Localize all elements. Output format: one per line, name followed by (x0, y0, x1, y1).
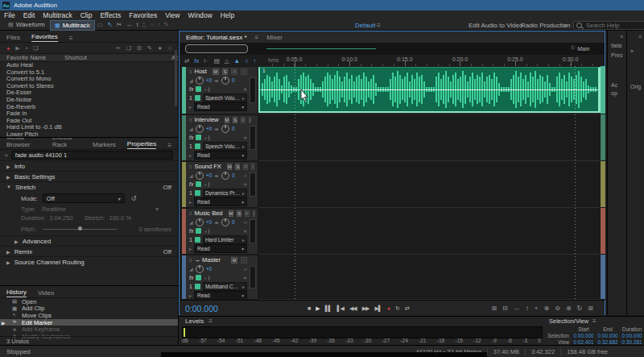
effect-power-toggle[interactable] (195, 284, 200, 289)
tab-favorites[interactable]: Favorites (31, 33, 58, 42)
pause-button[interactable]: ▌▌ (325, 305, 332, 311)
stop-favorite-icon[interactable]: ▪ (26, 45, 27, 51)
snap-on-icon[interactable]: ▲ (234, 57, 240, 64)
link-icon[interactable]: ✂ (116, 45, 121, 52)
solo-button[interactable]: S (233, 117, 237, 123)
search-favorites-icon[interactable]: ○ (168, 45, 171, 51)
menu-view[interactable]: View (161, 11, 184, 19)
fx-power-toggle[interactable] (196, 86, 201, 92)
lasso-tool-icon[interactable]: ○ (150, 21, 154, 28)
effect-slot[interactable]: Speech Volume Leve▸ (203, 142, 247, 151)
skip-cursor-button[interactable]: ⇄ (405, 305, 409, 312)
history-row[interactable]: ▦Add Clip (0, 305, 178, 313)
column-shortcut[interactable]: Shortcut (64, 54, 87, 61)
effect-slot[interactable]: Hard Limiter▸ (203, 235, 247, 244)
automation-mode-dropdown[interactable]: Read▾ (194, 291, 247, 300)
level-meter[interactable] (182, 326, 543, 338)
delete-icon[interactable]: ⊟ (137, 45, 142, 52)
monitor-input-button[interactable]: I (251, 164, 254, 170)
workspace-default-button[interactable]: Default (355, 22, 375, 29)
effect-power-toggle[interactable] (195, 143, 200, 149)
tab-files[interactable]: Files (6, 34, 20, 42)
effect-power-toggle[interactable] (195, 95, 200, 101)
zoom-in-icon[interactable]: ⊞ (491, 305, 497, 312)
marker-mode-icon[interactable]: ⊢ (204, 57, 209, 64)
solo-button[interactable]: S (237, 210, 242, 217)
volume-knob[interactable] (196, 172, 204, 180)
section-advanced[interactable]: ▶ Advanced (0, 235, 178, 246)
fx-pre-post-icon[interactable]: ∗ (243, 181, 247, 187)
comment-icon[interactable]: ❏ (126, 45, 131, 52)
new-favorite-icon[interactable]: ❏ (33, 45, 38, 52)
automation-mode-dropdown[interactable]: Read▾ (194, 151, 247, 160)
track-name[interactable]: → Master (195, 256, 221, 264)
razor-tool-icon[interactable]: ✂ (117, 21, 122, 28)
play-button[interactable]: ▶ (316, 305, 319, 312)
effect-power-toggle[interactable] (195, 190, 200, 196)
effect-slot[interactable]: Dynamics Processing▸ (203, 189, 247, 197)
loop-playback-button[interactable]: ↻ (395, 305, 399, 312)
zoom-reset-icon[interactable]: ⊕ (566, 305, 572, 312)
track-header-master[interactable]: ≡→ MasterM○◢+0∞fx+❙∗1Multiband Compress▸… (181, 255, 258, 300)
mute-button[interactable]: M (231, 257, 237, 264)
track-name[interactable]: Music Bed (195, 210, 223, 217)
history-row[interactable]: ▤Open (0, 298, 178, 305)
zoom-selection-icon[interactable]: + (535, 305, 539, 312)
marker-main[interactable]: ⚐ Main (571, 45, 589, 52)
favorites-scrollbar[interactable] (175, 50, 177, 106)
pan-knob[interactable] (221, 125, 229, 133)
volume-knob[interactable] (196, 218, 204, 226)
history-row[interactable]: ⚑Edit Marker (0, 319, 178, 326)
selection-duration[interactable]: 0:00.000 (621, 333, 643, 338)
automation-mode-dropdown[interactable]: Read▾ (194, 102, 247, 111)
scrollbar-segment[interactable] (601, 66, 605, 114)
favorite-row[interactable]: De-Reverb (0, 104, 178, 111)
arm-record-button[interactable]: R (231, 68, 237, 75)
pan-knob[interactable] (221, 172, 229, 180)
track-header-host[interactable]: ≡HostMSRI◢+0◂▸0fx+❙∗1Speech Volume Leve▸… (181, 66, 258, 114)
record-favorite-icon[interactable]: ● (6, 45, 10, 51)
move-tool-icon[interactable]: ↖ (107, 21, 113, 28)
snap-off-icon[interactable]: △ (225, 57, 229, 64)
snap-icon[interactable]: ▭ (97, 21, 104, 28)
play-favorite-icon[interactable]: ▶ (15, 45, 19, 52)
slip-tool-icon[interactable]: / (158, 21, 159, 28)
tab-editor[interactable]: Editor: Tutorial.sesx * (186, 34, 247, 41)
section-stretch[interactable]: ▼ Stretch Off (0, 181, 178, 192)
solo-button[interactable]: S (235, 164, 240, 170)
effect-power-toggle[interactable] (195, 237, 200, 243)
stretch-mode-dropdown[interactable]: Off ▾ (43, 193, 125, 203)
fx-pre-post-icon[interactable]: ∗ (243, 275, 247, 280)
arm-record-button[interactable]: R (241, 117, 246, 123)
tab-markers[interactable]: Markers (93, 141, 116, 149)
workspace-overflow-button[interactable]: » (564, 22, 567, 29)
clock-icon[interactable]: ○ (245, 57, 249, 64)
menu-favorites[interactable]: Favorites (125, 11, 161, 19)
fx-power-toggle[interactable] (196, 135, 201, 140)
zoom-in-amplitude-icon[interactable]: ⊕ (543, 305, 549, 312)
time-selection-tool-icon[interactable]: ↔ (126, 21, 133, 28)
menu-help[interactable]: Help (217, 11, 238, 19)
menu-multitrack[interactable]: Multitrack (39, 11, 76, 19)
pan-knob[interactable] (221, 218, 229, 226)
section-basic-settings[interactable]: ▶ Basic Settings (0, 171, 178, 181)
tab-properties[interactable]: Properties (127, 140, 156, 149)
zoom-out-icon[interactable]: ⊟ (502, 305, 508, 312)
waveform-view-button[interactable]: ▤ Waveform (4, 20, 49, 29)
zoom-out-amplitude-icon[interactable]: ⊖ (555, 305, 560, 312)
selection-start[interactable]: 0:00.000 (572, 333, 595, 338)
menu-window[interactable]: Window (184, 11, 216, 19)
automation-mode-dropdown[interactable]: Read▾ (194, 197, 247, 206)
chevron-double-icon[interactable]: » (630, 48, 634, 54)
history-row[interactable]: ◆Add Keyframe (0, 326, 178, 333)
output-button[interactable]: ○ (241, 257, 247, 264)
panel-menu-icon[interactable]: ≡ (167, 142, 171, 149)
track-header-interview[interactable]: ≡InterviewMSRI◢+0◂▸0fx+❙∗1Speech Volume … (181, 114, 258, 161)
fx-power-toggle[interactable] (196, 275, 201, 280)
zoom-navigator[interactable] (180, 43, 605, 56)
rewind-button[interactable]: ◀◀ (349, 305, 357, 312)
section-info[interactable]: ▶ Info (0, 160, 178, 171)
skip-to-start-button[interactable]: ▌◀ (337, 305, 344, 312)
search-help-input[interactable] (584, 21, 644, 30)
pan-knob[interactable] (221, 77, 229, 85)
